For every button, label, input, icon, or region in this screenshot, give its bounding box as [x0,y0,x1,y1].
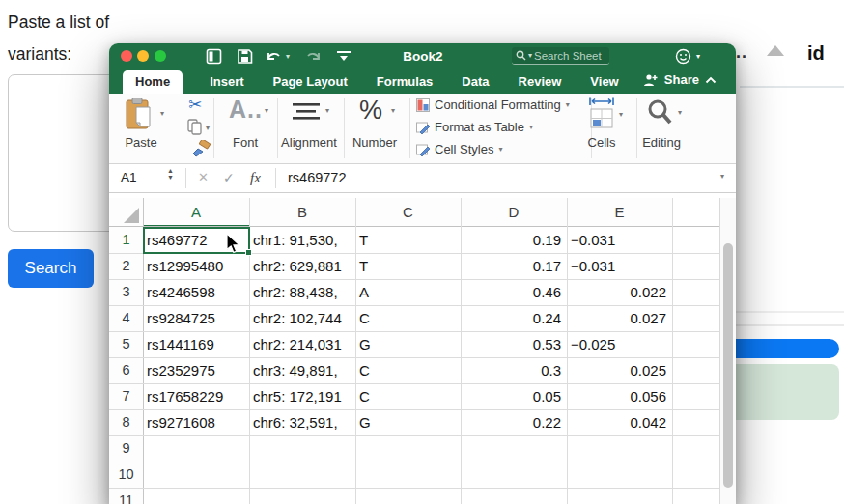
font-group-icon[interactable]: A.. [229,96,263,124]
cell-C7[interactable]: C [355,383,461,409]
row-header-11[interactable]: 11 [109,488,143,504]
tab-data[interactable]: Data [460,70,491,94]
vertical-scrollbar-thumb[interactable] [723,243,733,488]
editing-group-icon[interactable] [647,99,672,126]
format-as-table-button[interactable]: Format as Table ▾ [416,120,533,134]
feedback-smiley-icon[interactable] [675,48,691,65]
name-box-stepper[interactable]: ▲▼ [167,167,174,181]
select-all-corner[interactable] [109,198,143,227]
cell-A5[interactable]: rs1441169 [143,331,249,357]
row-header-4[interactable]: 4 [109,305,143,331]
tab-insert[interactable]: Insert [208,70,245,94]
cell-E3[interactable]: 0.022 [567,279,672,305]
alignment-group-icon[interactable] [293,101,320,123]
cells-label[interactable]: Cells [578,135,625,150]
cell-C8[interactable]: G [355,409,461,435]
cell-D6[interactable]: 0.3 [461,357,567,383]
cell-C1[interactable]: T [355,227,461,253]
cell-B8[interactable]: chr6: 32,591, [249,409,355,435]
variants-textarea[interactable] [8,74,118,232]
format-painter-icon[interactable] [190,140,211,159]
row-header-8[interactable]: 8 [109,409,143,435]
alignment-dropdown-caret[interactable]: ▾ [325,106,329,115]
cell-B3[interactable]: chr2: 88,438, [249,279,355,305]
save-icon[interactable] [237,48,253,65]
cell-A3[interactable]: rs4246598 [143,279,249,305]
cell-A4[interactable]: rs9284725 [143,305,249,331]
cell-D4[interactable]: 0.24 [461,305,567,331]
close-window-button[interactable] [121,50,132,62]
tab-review[interactable]: Review [517,70,564,94]
cell-D7[interactable]: 0.05 [461,383,567,409]
insert-function-icon[interactable]: fx [250,170,261,186]
cell-B2[interactable]: chr2: 629,881 [249,253,355,279]
conditional-formatting-button[interactable]: Conditional Formatting ▾ [416,98,570,112]
column-header-C[interactable]: C [355,198,461,227]
cell-C3[interactable]: A [355,279,461,305]
cell-D3[interactable]: 0.46 [461,279,567,305]
column-header-A[interactable]: A [143,198,249,227]
redo-icon[interactable] [305,48,323,65]
cell-A6[interactable]: rs2352975 [143,357,249,383]
cell-E8[interactable]: 0.042 [567,409,672,435]
chevron-up-icon[interactable] [767,45,784,56]
alignment-label[interactable]: Alignment [275,135,343,150]
tab-view[interactable]: View [588,70,620,94]
cell-A2[interactable]: rs12995480 [143,253,249,279]
cell-D5[interactable]: 0.53 [461,331,567,357]
cell-C5[interactable]: G [355,331,461,357]
font-label[interactable]: Font [221,135,269,150]
cell-C6[interactable]: C [355,357,461,383]
name-box[interactable]: A1 [121,170,137,184]
number-dropdown-caret[interactable]: ▾ [391,106,395,115]
number-label[interactable]: Number [347,135,403,150]
cell-E7[interactable]: 0.056 [567,383,672,409]
cells-dropdown-caret[interactable]: ▾ [619,110,623,119]
undo-dropdown-caret[interactable]: ▾ [286,52,290,61]
row-header-2[interactable]: 2 [109,253,143,279]
row-header-5[interactable]: 5 [109,331,143,357]
share-group[interactable]: Share [643,72,717,87]
cut-icon[interactable]: ✂ [188,95,202,115]
cell-D8[interactable]: 0.22 [461,409,567,435]
sheet-search-field[interactable]: ▾ Search Sheet [512,47,609,65]
feedback-dropdown-caret[interactable]: ▾ [696,52,700,61]
paste-label[interactable]: Paste [119,135,163,150]
number-group-icon[interactable]: % [359,96,382,126]
editing-label[interactable]: Editing [636,135,687,150]
editing-dropdown-caret[interactable]: ▾ [678,108,682,117]
cell-D2[interactable]: 0.17 [461,253,567,279]
cell-styles-button[interactable]: Cell Styles ▾ [416,142,502,156]
row-header-3[interactable]: 3 [109,279,143,305]
cells-group-icon[interactable] [589,97,614,129]
formula-input[interactable]: rs469772 [288,170,346,185]
row-header-7[interactable]: 7 [109,383,143,409]
cell-E1[interactable]: −0.031 [567,227,672,253]
expand-formula-bar-caret[interactable]: ▾ [720,172,724,181]
new-workbook-icon[interactable] [206,48,222,65]
paste-dropdown-caret[interactable]: ▾ [160,109,164,118]
paste-button-icon[interactable] [125,98,157,132]
cell-D1[interactable]: 0.19 [461,227,567,253]
cell-B1[interactable]: chr1: 91,530, [249,227,355,253]
zoom-window-button[interactable] [155,50,166,62]
enter-icon[interactable]: ✓ [223,170,235,185]
cell-B7[interactable]: chr5: 172,191 [249,383,355,409]
search-button[interactable]: Search [8,249,94,288]
ribbon-display-options-icon[interactable] [337,51,351,62]
copy-dropdown-caret[interactable]: ▾ [206,124,210,132]
row-header-9[interactable]: 9 [109,435,143,462]
cell-E5[interactable]: −0.025 [567,331,672,357]
minimize-window-button[interactable] [137,50,149,62]
row-header-1[interactable]: 1 [109,227,143,253]
font-dropdown-caret[interactable]: ▾ [265,106,268,115]
cell-B5[interactable]: chr2: 214,031 [249,331,355,357]
fill-handle[interactable] [245,249,252,256]
tab-formulas[interactable]: Formulas [375,70,436,94]
undo-icon[interactable] [265,48,282,65]
cell-A7[interactable]: rs17658229 [143,383,249,409]
cell-B4[interactable]: chr2: 102,744 [249,305,355,331]
cancel-icon[interactable]: ✕ [198,170,209,184]
row-header-10[interactable]: 10 [109,462,143,488]
cell-C2[interactable]: T [355,253,461,279]
